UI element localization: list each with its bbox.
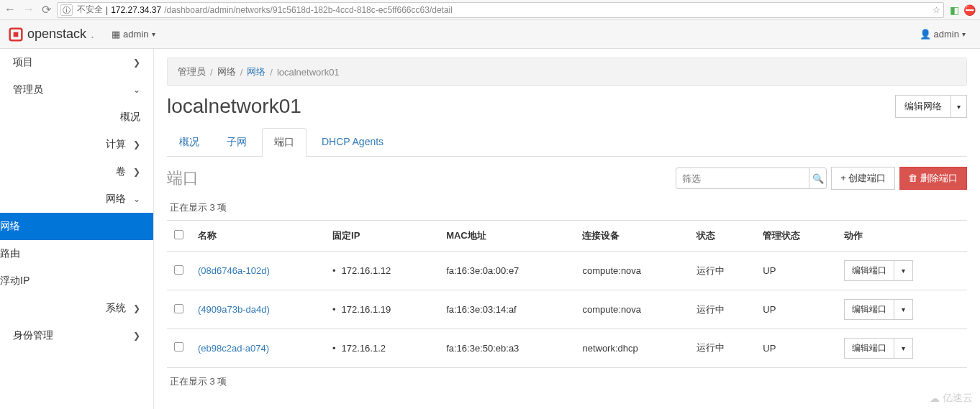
select-all-checkbox[interactable]: [174, 230, 183, 239]
forward-icon[interactable]: →: [23, 3, 35, 17]
sidebar: 项目❯ 管理员⌄ 概况 计算❯ 卷❯ 网络⌄ 网络 路由 浮动IP 系统❯ 身份: [0, 49, 154, 409]
openstack-icon: [9, 27, 23, 42]
grid-icon: ▦: [112, 29, 120, 40]
bookmark-icon[interactable]: ☆: [933, 5, 940, 15]
status: 运行中: [689, 252, 756, 290]
filter-box: 🔍: [676, 167, 827, 189]
sidebar-item-identity[interactable]: 身份管理❯: [0, 322, 153, 349]
table-row: (4909a73b-da4d)172.16.1.19fa:16:3e:03:14…: [167, 290, 967, 329]
user-icon: 👤: [920, 29, 931, 40]
tab-subnets[interactable]: 子网: [214, 128, 259, 156]
edit-port-button[interactable]: 编辑端口: [844, 299, 894, 320]
table-caption-top: 正在显示 3 项: [167, 196, 967, 220]
col-fixed-ip[interactable]: 固定IP: [325, 221, 439, 252]
chevron-down-icon: ⌄: [133, 194, 140, 204]
row-actions-dropdown[interactable]: ▾: [894, 260, 913, 281]
url-bar[interactable]: ⓘ 不安全 | 172.27.34.37/dashboard/admin/net…: [57, 2, 944, 18]
col-device[interactable]: 连接设备: [575, 221, 689, 252]
search-button[interactable]: 🔍: [809, 168, 826, 188]
col-status[interactable]: 状态: [689, 221, 756, 252]
sidebar-item-project[interactable]: 项目❯: [0, 49, 153, 76]
col-actions: 动作: [837, 221, 967, 252]
fixed-ip: 172.16.1.12: [332, 265, 391, 276]
table-caption-bottom: 正在显示 3 项: [167, 367, 967, 395]
sidebar-item-overview[interactable]: 概况: [0, 104, 153, 131]
trash-icon: 🗑: [908, 173, 920, 183]
user-menu[interactable]: 👤 admin ▾: [914, 26, 971, 42]
row-checkbox[interactable]: [174, 342, 183, 351]
create-port-button[interactable]: + 创建端口: [831, 167, 895, 190]
brand-logo[interactable]: openstack.: [9, 27, 94, 42]
chevron-right-icon: ❯: [133, 331, 140, 341]
edit-network-button[interactable]: 编辑网络: [895, 95, 951, 118]
status: 运行中: [689, 328, 756, 367]
admin-state: UP: [756, 252, 836, 290]
col-name[interactable]: 名称: [191, 221, 325, 252]
search-icon: 🔍: [812, 173, 824, 184]
main-content: 管理员 / 网络 / 网络 / localnetwork01 localnetw…: [154, 49, 980, 409]
port-name-link[interactable]: (4909a73b-da4d): [198, 304, 270, 315]
chevron-right-icon: ❯: [133, 58, 140, 68]
table-row: (eb98c2ad-a074)172.16.1.2fa:16:3e:50:eb:…: [167, 328, 967, 367]
cloud-icon: ☁: [930, 392, 940, 404]
mac-address: fa:16:3e:50:eb:a3: [439, 328, 575, 367]
mac-address: fa:16:3e:0a:00:e7: [439, 252, 575, 290]
col-mac[interactable]: MAC地址: [439, 221, 575, 252]
chevron-down-icon: ▾: [902, 267, 905, 275]
breadcrumb-current: localnetwork01: [277, 67, 340, 78]
sidebar-item-networks[interactable]: 网络: [0, 213, 153, 240]
edit-port-button[interactable]: 编辑端口: [844, 338, 894, 359]
chevron-down-icon: ▾: [962, 30, 966, 38]
chevron-down-icon: ▾: [957, 103, 961, 111]
tab-overview[interactable]: 概况: [167, 128, 212, 156]
edit-network-group: 编辑网络 ▾: [895, 95, 967, 118]
sidebar-item-network-group[interactable]: 网络⌄: [0, 185, 153, 213]
row-checkbox[interactable]: [174, 304, 183, 313]
sidebar-item-routers[interactable]: 路由: [0, 240, 153, 267]
url-path: /dashboard/admin/networks/91c5618d-182b-…: [164, 5, 453, 15]
chevron-down-icon: ▾: [152, 30, 155, 38]
chevron-down-icon: ▾: [902, 305, 905, 313]
sidebar-item-admin[interactable]: 管理员⌄: [0, 76, 153, 104]
back-icon[interactable]: ←: [4, 3, 16, 17]
row-actions-dropdown[interactable]: ▾: [894, 299, 913, 320]
breadcrumb-admin: 管理员: [178, 65, 206, 78]
row-actions-dropdown[interactable]: ▾: [894, 338, 913, 359]
breadcrumb: 管理员 / 网络 / 网络 / localnetwork01: [167, 58, 967, 86]
edit-network-dropdown[interactable]: ▾: [951, 95, 967, 118]
section-title: 端口: [167, 167, 199, 189]
chevron-down-icon: ▾: [902, 344, 905, 352]
fixed-ip: 172.16.1.19: [332, 304, 391, 315]
extension-adblock-icon[interactable]: ⛔: [963, 4, 976, 16]
chevron-right-icon: ❯: [133, 139, 140, 150]
tabs: 概况 子网 端口 DHCP Agents: [167, 128, 967, 157]
mac-address: fa:16:3e:03:14:af: [439, 290, 575, 329]
fixed-ip: 172.16.1.2: [332, 343, 386, 354]
sidebar-item-floating-ips[interactable]: 浮动IP: [0, 267, 153, 295]
status: 运行中: [689, 290, 756, 329]
col-admin-state[interactable]: 管理状态: [756, 221, 836, 252]
admin-state: UP: [756, 328, 836, 367]
extension-icon[interactable]: ◧: [950, 4, 959, 16]
insecure-label: 不安全: [77, 4, 103, 16]
attached-device: network:dhcp: [575, 328, 689, 367]
sidebar-item-system[interactable]: 系统❯: [0, 295, 153, 322]
port-name-link[interactable]: (08d6746a-102d): [198, 265, 270, 276]
tab-dhcp-agents[interactable]: DHCP Agents: [309, 128, 396, 156]
filter-input[interactable]: [676, 173, 809, 184]
reload-icon[interactable]: ⟳: [42, 3, 51, 17]
edit-port-button[interactable]: 编辑端口: [844, 260, 894, 281]
tab-ports[interactable]: 端口: [262, 128, 307, 157]
breadcrumb-networks-link[interactable]: 网络: [247, 65, 266, 78]
info-icon[interactable]: ⓘ: [60, 4, 73, 16]
attached-device: compute:nova: [575, 252, 689, 290]
browser-chrome: ← → ⟳ ⓘ 不安全 | 172.27.34.37/dashboard/adm…: [0, 0, 980, 20]
sidebar-item-volume[interactable]: 卷❯: [0, 158, 153, 185]
delete-ports-button[interactable]: 🗑 删除端口: [899, 167, 967, 190]
chevron-right-icon: ❯: [133, 303, 140, 313]
port-name-link[interactable]: (eb98c2ad-a074): [198, 343, 269, 354]
sidebar-item-compute[interactable]: 计算❯: [0, 131, 153, 158]
domain-switcher[interactable]: ▦ admin ▾: [106, 26, 160, 42]
row-checkbox[interactable]: [174, 265, 183, 275]
svg-rect-1: [14, 32, 19, 37]
